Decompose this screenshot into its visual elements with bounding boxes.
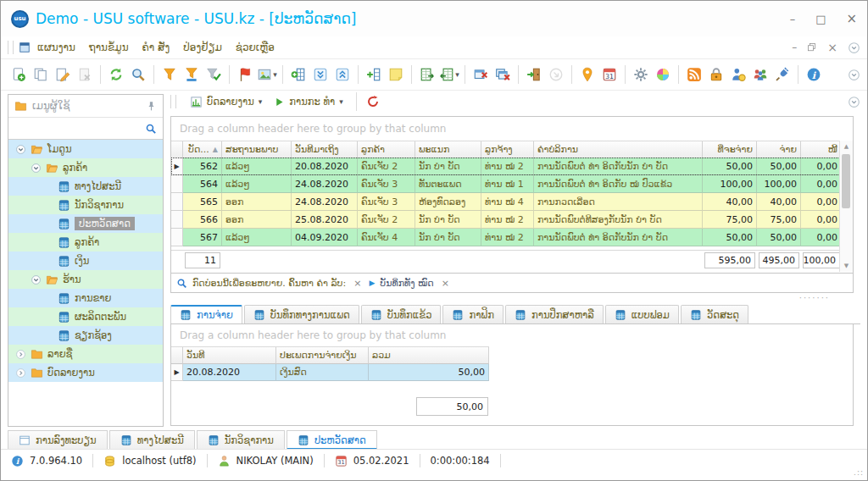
detail-column-header-2[interactable]: ລວມ <box>369 347 489 364</box>
add-field-icon[interactable] <box>363 64 385 86</box>
user-payment-icon[interactable] <box>727 64 749 86</box>
expand-node-icon[interactable] <box>15 349 26 360</box>
delete-record-icon[interactable] <box>74 64 96 86</box>
expand-node-icon[interactable] <box>15 368 26 379</box>
detail-column-header-1[interactable]: ປະເພດການຈ່າຍເງິນ <box>276 347 369 364</box>
menu-item-3[interactable]: ປ່ອງຢ້ຽມ <box>176 39 229 56</box>
actions-button[interactable]: ການກະ ທຳ ▾ <box>270 94 346 109</box>
minimize-icon[interactable]: – <box>790 14 796 25</box>
filter-icon[interactable] <box>159 64 181 86</box>
search-icon[interactable] <box>145 123 157 135</box>
menu-item-0[interactable]: ແຜນງານ <box>31 39 82 56</box>
column-header-5[interactable]: ລູກຈ້າງ <box>481 141 534 158</box>
mdi-minimize-icon[interactable]: – <box>792 41 797 53</box>
splitter[interactable]: ······· <box>170 293 854 301</box>
menu-overflow-icon[interactable] <box>848 41 860 54</box>
tab-2[interactable]: ບັນທຶກແຂ້ວ <box>361 305 442 323</box>
filter-toggle-icon[interactable] <box>203 64 225 86</box>
import-excel-icon[interactable]: ▾ <box>438 64 460 86</box>
tree-item[interactable]: ເງິນ <box>8 252 163 270</box>
vertical-scrollbar[interactable]: ▲ ▼ <box>839 141 853 272</box>
column-header-2[interactable]: ວັນທີມາເຖິງ <box>292 141 358 158</box>
column-header-9[interactable]: ໜີ້ <box>801 141 842 158</box>
toolbar-overflow-icon[interactable] <box>848 69 860 81</box>
table-row[interactable]: 567ແລ້ວໆ04.09.2020ຄົນເຈັບ 4ນັກ ບຳ ບັດທ່າ… <box>171 229 842 246</box>
collapse-all-icon[interactable] <box>309 64 331 86</box>
map-pin-icon[interactable] <box>576 64 598 86</box>
image-menu-icon[interactable]: ▾ <box>256 64 278 86</box>
security-lock-icon[interactable] <box>705 64 727 86</box>
column-header-4[interactable]: ພະແນກ <box>415 141 481 158</box>
tree-item[interactable]: ປະຫວັດສາດ <box>8 214 163 233</box>
detail-column-header-0[interactable]: ວັນທີ <box>183 347 276 364</box>
filter-remove-icon[interactable]: × <box>439 278 452 289</box>
expand-all-icon[interactable] <box>331 64 353 86</box>
column-header-7[interactable]: ທີ່ຈະຈ່າຍ <box>703 141 757 158</box>
reports-button[interactable]: ບົດລາຍງານ ▾ <box>186 94 265 110</box>
pin-icon[interactable] <box>146 101 157 112</box>
navigate-icon[interactable] <box>545 64 567 86</box>
mdi-close-icon[interactable]: × <box>827 41 837 54</box>
tab-3[interactable]: ກາຟິກ <box>442 305 504 323</box>
colors-icon[interactable] <box>652 64 674 86</box>
insert-column-icon[interactable] <box>287 64 309 86</box>
table-row[interactable]: 565ອອກ24.08.2020ຄົນເຈັບ 3ຫ້ອງທົດລອງທ່ານ … <box>171 193 842 211</box>
column-header-0[interactable]: ບັດ...▲ <box>183 141 222 158</box>
settings-icon[interactable] <box>630 64 652 86</box>
tree-item[interactable]: ບົດລາຍງານ <box>8 363 163 382</box>
tree-item[interactable]: ຊຽກຊ້ອງ <box>8 326 163 345</box>
table-row[interactable]: ▶562ແລ້ວໆ20.08.2020ຄົນເຈັບ 2ນັກ ບຳ ບັດທ່… <box>171 158 842 175</box>
scroll-down-icon[interactable]: ▼ <box>840 260 853 272</box>
filter-by-value-icon[interactable] <box>181 64 203 86</box>
flag-icon[interactable] <box>234 64 256 86</box>
column-header-8[interactable]: ຈ່າຍ <box>757 141 801 158</box>
menu-item-4[interactable]: ຊ່ວຍເຫຼືອ <box>229 39 281 56</box>
scroll-up-icon[interactable]: ▲ <box>840 141 853 152</box>
mdi-restore-icon[interactable] <box>807 42 817 53</box>
column-header-6[interactable]: ຄຳບໍລິການ <box>534 141 703 158</box>
maximize-icon[interactable]: □ <box>815 14 826 25</box>
refresh-icon[interactable] <box>105 64 127 86</box>
menu-item-1[interactable]: ຖານຂໍ້ມູນ <box>82 39 136 56</box>
exit-icon[interactable] <box>523 64 545 86</box>
menu-item-2[interactable]: ຄຳ ສັ່ງ <box>136 39 177 56</box>
tree-item[interactable]: ການຂາຍ <box>8 289 163 307</box>
tab-4[interactable]: ການປຶກສາຫາລື <box>505 305 604 323</box>
table-row[interactable]: 566ອອກ25.08.2020ຄົນເຈັບ 2ນັກ ບຳ ບັດທ່ານ … <box>171 211 842 229</box>
filter-remove-icon[interactable]: × <box>351 278 364 289</box>
search-icon[interactable] <box>127 64 149 86</box>
close-icon[interactable]: × <box>846 13 857 25</box>
window-tab-0[interactable]: ການລົງທະບຽນ <box>8 430 108 450</box>
tab-5[interactable]: ແບບຟອມ <box>605 305 679 323</box>
window-tab-2[interactable]: ນັກວິຊາການ <box>197 430 285 450</box>
window-tab-1[interactable]: ທາງໄປສະນີ <box>109 430 195 450</box>
add-record-icon[interactable] <box>8 64 30 86</box>
column-header-1[interactable]: ສະຖານະພາບ <box>222 141 292 158</box>
rss-feed-icon[interactable] <box>683 64 705 86</box>
tab-1[interactable]: ບັນທຶກທາງການແພດ <box>244 305 359 323</box>
edit-record-icon[interactable] <box>52 64 74 86</box>
tree-item[interactable]: ລູກຄ້າ <box>8 158 163 177</box>
tree-item[interactable]: ຜະລິດຕະພັນ <box>8 307 163 326</box>
collapse-node-icon[interactable] <box>31 274 42 285</box>
close-window-icon[interactable] <box>470 64 492 86</box>
tree-item[interactable]: ໂມດູນ <box>8 140 163 158</box>
close-all-windows-icon[interactable] <box>492 64 514 86</box>
window-tab-3[interactable]: ປະຫວັດສາດ <box>287 430 377 450</box>
sidebar-search[interactable] <box>8 117 163 140</box>
info-icon[interactable]: i <box>803 64 825 86</box>
scroll-thumb[interactable] <box>842 154 850 208</box>
plugin-icon[interactable] <box>771 64 793 86</box>
tab-6[interactable]: ວັດສະດຸ <box>681 305 748 323</box>
tree-item[interactable]: ທາງໄປສະນີ <box>8 177 163 196</box>
tree-item[interactable]: ລູກຄ້າ <box>8 233 163 252</box>
table-row[interactable]: 564ແລ້ວໆ24.08.2020ຄົນເຈັບ 3ທັນຕະແພດທ່ານ … <box>171 175 842 193</box>
export-excel-icon[interactable] <box>416 64 438 86</box>
cancel-action-icon[interactable] <box>366 95 380 108</box>
user-groups-icon[interactable] <box>749 64 771 86</box>
filter-chip-all-records[interactable]: ບັນທຶກທັງ ໝົດ <box>380 278 433 289</box>
filter-chip-search[interactable]: ກົດບ່ອນນີ້ເພື່ອຂະຫຍາຍ. ຄົ້ນຫາ ຄຳ ລັບ: <box>192 278 346 289</box>
resize-grip[interactable]: .:: <box>854 468 864 477</box>
collapse-node-icon[interactable] <box>15 144 26 155</box>
panel-overflow-icon[interactable] <box>848 96 860 108</box>
